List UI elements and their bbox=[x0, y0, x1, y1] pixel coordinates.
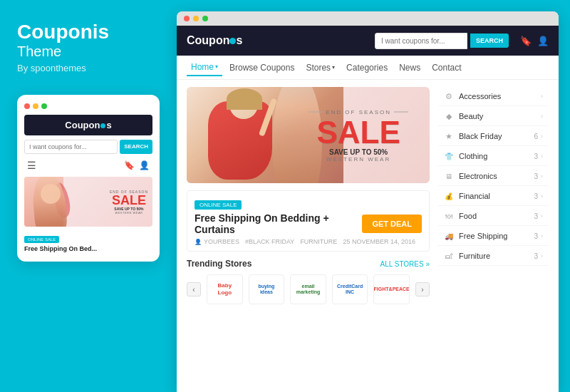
beauty-icon: ◆ bbox=[444, 111, 454, 121]
subnav-home[interactable]: Home ▾ bbox=[187, 59, 222, 76]
subnav-stores-label: Stores bbox=[306, 63, 331, 73]
hero-sale-label: SALE bbox=[309, 116, 408, 148]
mockup-dot-red bbox=[24, 103, 30, 109]
store-logo-fightpeace[interactable]: FIGHT&PEACE bbox=[373, 274, 410, 304]
accessories-label: Accessories bbox=[459, 92, 501, 100]
clothing-label: Clothing bbox=[459, 152, 487, 160]
deal-title: Free Shipping On Bedding + Curtains bbox=[195, 212, 355, 235]
mockup-western-label: WESTERN WEAR bbox=[110, 210, 148, 214]
deal-badge: ONLINE SALE bbox=[195, 200, 242, 210]
deal-meta-date: 25 NOVEMBER 14, 2016 bbox=[343, 238, 415, 245]
subnav-categories[interactable]: Categories bbox=[342, 60, 392, 76]
mockup-search-input[interactable] bbox=[24, 140, 118, 154]
browser-window: Coupons SEARCH 🔖 👤 Home ▾ Browse Coupons bbox=[177, 11, 559, 392]
sidebar-item-left: ★ Black Friday bbox=[444, 131, 502, 141]
sidebar-item-left: 🍽 Food bbox=[444, 211, 477, 221]
subnav-news[interactable]: News bbox=[395, 60, 425, 76]
subnav-categories-label: Categories bbox=[346, 63, 388, 73]
deal-card: ONLINE SALE Free Shipping On Bedding + C… bbox=[187, 190, 430, 252]
freeshipping-count: 3 bbox=[534, 232, 538, 240]
deal-meta-tag2: FURNITURE bbox=[300, 238, 337, 245]
clothing-chevron: › bbox=[541, 153, 543, 160]
site-header: Coupons SEARCH 🔖 👤 bbox=[177, 26, 559, 56]
furniture-chevron: › bbox=[541, 252, 543, 259]
beauty-label: Beauty bbox=[459, 112, 483, 120]
mockup-dot-yellow bbox=[33, 103, 38, 109]
sidebar-item-clothing[interactable]: 👕 Clothing 3 › bbox=[438, 147, 549, 166]
store-logo-babylogo[interactable]: BabyLogo bbox=[207, 274, 243, 304]
sidebar-item-furniture[interactable]: 🛋 Furniture 3 › bbox=[438, 247, 549, 266]
sidebar-item-left: 🚚 Free Shipping bbox=[444, 231, 508, 241]
deal-meta: 👤 YOURBEES #BLACK FRIDAY FURNITURE 25 NO… bbox=[195, 238, 422, 245]
mockup-icons-row: ☰ 🔖 👤 bbox=[24, 158, 152, 172]
food-icon: 🍽 bbox=[444, 211, 454, 221]
sidebar-item-beauty[interactable]: ◆ Beauty › bbox=[438, 107, 549, 126]
sidebar-item-blackfriday[interactable]: ★ Black Friday 6 › bbox=[438, 127, 549, 146]
electronics-label: Electronics bbox=[459, 172, 497, 180]
subnav-home-chevron: ▾ bbox=[215, 63, 218, 70]
subnav-stores-chevron: ▾ bbox=[332, 64, 335, 71]
browser-titlebar bbox=[177, 11, 559, 26]
subnav-news-label: News bbox=[399, 63, 420, 73]
categories-sidebar: ⚙ Accessories › ◆ Beauty › bbox=[438, 87, 549, 385]
freeshipping-chevron: › bbox=[541, 232, 543, 239]
sidebar-item-left: 🖥 Electronics bbox=[444, 171, 497, 181]
store-logo-emailmarketing-text: emailmarketing bbox=[296, 284, 320, 296]
food-label: Food bbox=[459, 212, 477, 220]
beauty-chevron: › bbox=[541, 113, 543, 120]
stores-prev-button[interactable]: ‹ bbox=[187, 282, 201, 296]
sidebar-item-accessories[interactable]: ⚙ Accessories › bbox=[438, 87, 549, 106]
subnav-stores[interactable]: Stores ▾ bbox=[301, 60, 339, 76]
subnav-browse-coupons[interactable]: Browse Coupons bbox=[225, 60, 299, 76]
sidebar-item-electronics[interactable]: 🖥 Electronics 3 › bbox=[438, 167, 549, 186]
mockup-deal-info: ONLINE SALE Free Shipping On Bed... bbox=[24, 231, 152, 253]
store-logo-emailmarketing[interactable]: emailmarketing bbox=[290, 274, 326, 304]
brand-info: Couponis Theme By spoonthemes bbox=[17, 21, 160, 73]
mockup-search-button[interactable]: SEARCH bbox=[120, 140, 152, 154]
header-bookmark-icon[interactable]: 🔖 bbox=[520, 36, 532, 46]
header-user-icon[interactable]: 👤 bbox=[537, 36, 549, 46]
mockup-right-icons: 🔖 👤 bbox=[124, 160, 150, 170]
financial-count: 3 bbox=[534, 192, 538, 200]
user-icon[interactable]: 👤 bbox=[139, 160, 150, 170]
browser-dot-yellow bbox=[193, 16, 199, 21]
food-count: 3 bbox=[534, 212, 538, 220]
furniture-count: 3 bbox=[534, 252, 538, 260]
header-search-input[interactable] bbox=[375, 33, 467, 49]
financial-label: Financial bbox=[459, 192, 490, 200]
sidebar-item-freeshipping[interactable]: 🚚 Free Shipping 3 › bbox=[438, 227, 549, 246]
trending-stores-row: ‹ BabyLogo buyingideas emailmarketing Cr… bbox=[187, 274, 430, 304]
mockup-navbar: Coupons bbox=[24, 115, 152, 135]
freeshipping-icon: 🚚 bbox=[444, 231, 454, 241]
stores-next-button[interactable]: › bbox=[415, 282, 430, 296]
blackfriday-label: Black Friday bbox=[459, 132, 502, 140]
furniture-icon: 🛋 bbox=[444, 251, 454, 261]
sidebar-item-left: ⚙ Accessories bbox=[444, 91, 501, 101]
left-panel: Couponis Theme By spoonthemes Coupons SE… bbox=[0, 0, 177, 392]
sidebar-item-financial[interactable]: 💰 Financial 3 › bbox=[438, 187, 549, 206]
header-search-button[interactable]: SEARCH bbox=[470, 33, 509, 48]
mockup-hero-banner: END OF SEASON SALE SAVE UP TO 50% WESTER… bbox=[24, 177, 152, 227]
sidebar-item-left: 💰 Financial bbox=[444, 191, 490, 201]
deal-meta-user: 👤 YOURBEES bbox=[195, 238, 239, 245]
browser-content: Coupons SEARCH 🔖 👤 Home ▾ Browse Coupons bbox=[177, 26, 559, 392]
all-stores-link[interactable]: ALL STORES » bbox=[380, 260, 430, 268]
subnav-contact[interactable]: Contact bbox=[428, 60, 465, 76]
header-icons: 🔖 👤 bbox=[520, 36, 549, 46]
get-deal-button[interactable]: GET DEAL bbox=[362, 215, 422, 233]
bookmark-icon[interactable]: 🔖 bbox=[124, 160, 135, 170]
electronics-chevron: › bbox=[541, 172, 543, 180]
accessories-icon: ⚙ bbox=[444, 91, 454, 101]
site-logo: Coupons bbox=[187, 34, 242, 47]
trending-title: Trending Stores bbox=[187, 259, 252, 269]
store-logo-buyingideas[interactable]: buyingideas bbox=[249, 274, 285, 304]
hamburger-icon[interactable]: ☰ bbox=[27, 160, 36, 171]
sidebar-item-food[interactable]: 🍽 Food 3 › bbox=[438, 207, 549, 226]
site-subnav: Home ▾ Browse Coupons Stores ▾ Categorie… bbox=[177, 56, 559, 80]
blackfriday-icon: ★ bbox=[444, 131, 454, 141]
store-logo-creditcardinc[interactable]: CreditCardINC bbox=[332, 274, 368, 304]
hero-banner: END OF SEASON SALE SAVE UP TO 50% WESTER… bbox=[187, 87, 430, 183]
subnav-home-label: Home bbox=[191, 62, 214, 72]
deal-meta-tag1: #BLACK FRIDAY bbox=[245, 238, 294, 245]
user-meta-icon: 👤 bbox=[195, 239, 202, 245]
